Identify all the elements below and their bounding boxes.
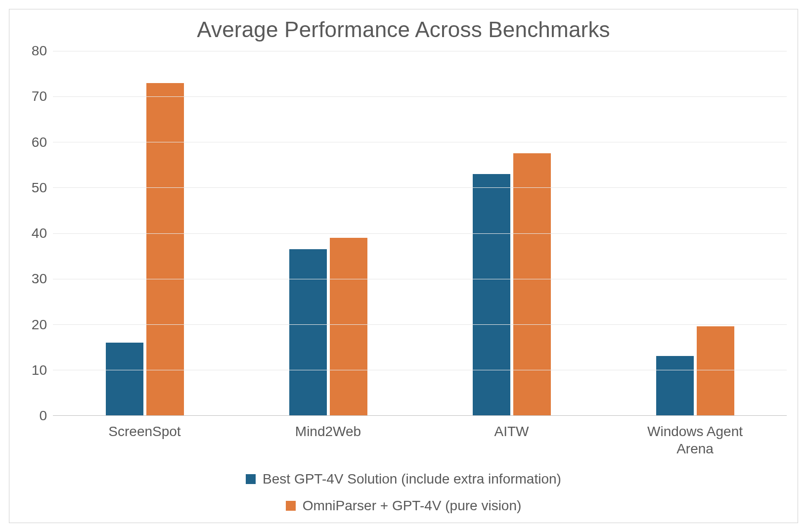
bar [473, 174, 510, 415]
gridline [53, 51, 787, 51]
x-axis: ScreenSpotMind2WebAITWWindows Agent Aren… [53, 423, 787, 457]
gridline [53, 233, 787, 234]
legend-item: OmniParser + GPT-4V (pure vision) [286, 498, 522, 514]
chart-frame: Average Performance Across Benchmarks 01… [9, 9, 798, 523]
x-tick-label: Mind2Web [236, 423, 420, 457]
y-tick-label: 50 [32, 180, 47, 196]
legend-label: OmniParser + GPT-4V (pure vision) [303, 498, 522, 514]
gridline [53, 279, 787, 279]
y-tick-label: 60 [32, 134, 47, 150]
bar [656, 356, 694, 415]
legend-label: Best GPT-4V Solution (include extra info… [263, 471, 561, 487]
y-axis: 01020304050607080 [20, 51, 53, 416]
y-tick-label: 20 [32, 317, 47, 333]
bar [697, 326, 734, 415]
plot-area [53, 51, 787, 416]
y-tick-label: 10 [32, 362, 47, 378]
bar [330, 238, 367, 415]
gridline [53, 142, 787, 142]
plot-row: 01020304050607080 [20, 51, 787, 416]
x-tick-label: ScreenSpot [53, 423, 236, 457]
x-tick-label: AITW [420, 423, 603, 457]
gridline [53, 187, 787, 188]
bar [289, 249, 327, 415]
legend-swatch [246, 474, 256, 484]
y-tick-label: 0 [39, 408, 47, 424]
gridline [53, 370, 787, 370]
gridline [53, 324, 787, 325]
y-tick-label: 70 [32, 89, 47, 104]
legend-item: Best GPT-4V Solution (include extra info… [246, 471, 561, 487]
gridline [53, 96, 787, 97]
x-tick-label: Windows Agent Arena [603, 423, 787, 457]
y-tick-label: 30 [32, 271, 47, 287]
y-tick-label: 40 [32, 225, 47, 241]
legend: Best GPT-4V Solution (include extra info… [20, 471, 787, 514]
bar [106, 343, 143, 415]
bar [513, 153, 551, 415]
legend-swatch [286, 501, 296, 511]
bar [146, 83, 184, 416]
y-tick-label: 80 [32, 43, 47, 59]
chart-title: Average Performance Across Benchmarks [20, 17, 787, 42]
